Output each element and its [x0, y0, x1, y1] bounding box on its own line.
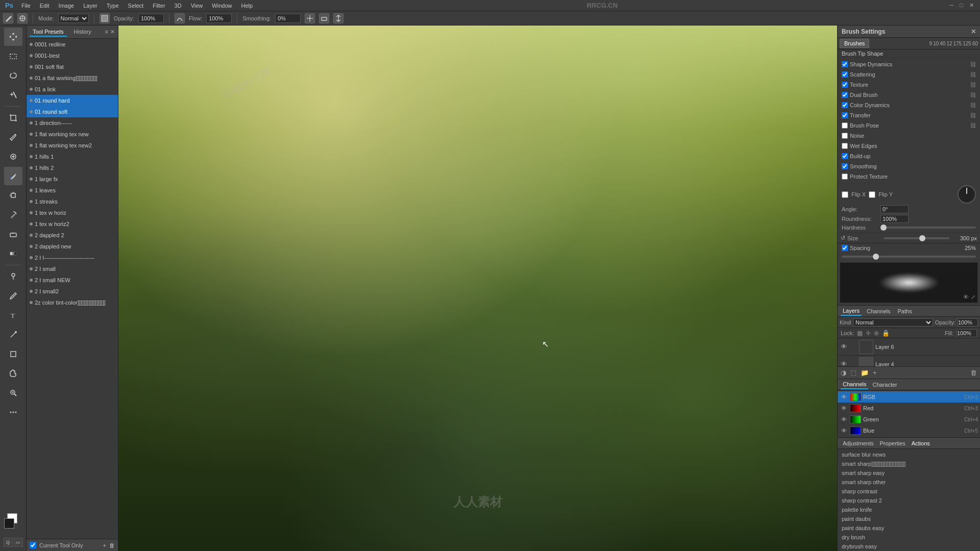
smoothing-checkbox[interactable]	[842, 163, 848, 169]
transfer-label[interactable]: Transfer	[850, 112, 968, 118]
texture-chain-icon[interactable]: ⛓	[970, 82, 976, 88]
preset-item-16[interactable]: 1 tex w horiz2	[27, 218, 118, 230]
menu-item-filter[interactable]: Filter	[149, 2, 169, 10]
add-adjustment-layer-icon[interactable]: ◑	[840, 368, 847, 378]
tool-gradient[interactable]	[4, 244, 22, 263]
fill-value[interactable]	[957, 329, 977, 337]
transfer-chain-icon[interactable]: ⛓	[970, 112, 976, 118]
adj-item-4[interactable]: sharp contrast	[838, 487, 980, 496]
screen-mode-btn[interactable]: ▭	[14, 538, 23, 547]
tool-zoom[interactable]	[4, 384, 22, 402]
brush-tip-shape-label[interactable]: Brush Tip Shape	[842, 51, 883, 57]
wet-edges-checkbox[interactable]	[842, 143, 848, 149]
ch-eye-1[interactable]: 👁	[840, 405, 848, 411]
dual-brush-label[interactable]: Dual Brush	[850, 92, 968, 98]
shape-dynamics-checkbox[interactable]	[842, 61, 848, 67]
channel-item-blue[interactable]: 👁 Blue Ctrl+5	[838, 425, 980, 436]
brush-pose-label[interactable]: Brush Pose	[850, 122, 968, 129]
adj-item-7[interactable]: paint daubs	[838, 514, 980, 523]
tool-magic-wand[interactable]	[4, 86, 22, 104]
color-dynamics-checkbox[interactable]	[842, 102, 848, 108]
shape-dynamics-label[interactable]: Shape Dynamics	[850, 61, 968, 67]
brush-settings-close-icon[interactable]: ✕	[971, 28, 976, 35]
protect-texture-checkbox[interactable]	[842, 173, 848, 180]
dual-brush-chain-icon[interactable]: ⛓	[970, 92, 976, 98]
menu-item-3d[interactable]: 3D	[170, 2, 186, 10]
size-slider[interactable]	[884, 237, 949, 239]
preset-item-4[interactable]: 01 a link	[27, 84, 118, 95]
menu-item-layer[interactable]: Layer	[79, 2, 102, 10]
tool-eraser[interactable]	[4, 225, 22, 243]
lock-pixels-icon[interactable]: ▦	[857, 330, 863, 337]
menu-item-help[interactable]: Help	[237, 2, 257, 10]
adj-item-8[interactable]: paint daubs easy	[838, 523, 980, 533]
tool-brush[interactable]	[4, 167, 22, 185]
preset-item-17[interactable]: 2 dappled 2	[27, 230, 118, 241]
delete-preset-icon[interactable]: 🗑	[109, 542, 115, 548]
flip-y-checkbox[interactable]	[869, 191, 875, 198]
preset-item-18[interactable]: 2 dappled new	[27, 241, 118, 252]
spacing-checkbox[interactable]	[842, 245, 848, 251]
scattering-label[interactable]: Scattering	[850, 71, 968, 78]
tab-actions[interactable]: Actions	[910, 439, 932, 447]
dual-brush-checkbox[interactable]	[842, 92, 848, 98]
preset-item-14[interactable]: 1 streaks	[27, 196, 118, 207]
tool-extra[interactable]	[4, 403, 22, 421]
wet-edges-label[interactable]: Wet Edges	[850, 143, 976, 149]
protect-texture-label[interactable]: Protect Texture	[850, 173, 976, 180]
layer-item-0[interactable]: 👁 Layer 6	[838, 338, 980, 356]
color-dynamics-label[interactable]: Color Dynamics	[850, 102, 968, 108]
opacity-icon[interactable]	[100, 13, 110, 23]
preset-item-3[interactable]: 01 a flat working]]]]]]]]]]]]]]	[27, 72, 118, 84]
noise-checkbox[interactable]	[842, 133, 848, 139]
channel-item-green[interactable]: 👁 Green Ctrl+4	[838, 414, 980, 425]
tool-clone[interactable]	[4, 186, 22, 205]
preset-item-13[interactable]: 1 leaves	[27, 185, 118, 196]
tool-select-rect[interactable]	[4, 47, 22, 65]
brushes-tab[interactable]: Brushes	[840, 39, 869, 48]
noise-label[interactable]: Noise	[850, 133, 976, 139]
thumb-expand-icon[interactable]: ⤢	[971, 294, 975, 300]
preset-item-0[interactable]: 0001 redline	[27, 39, 118, 50]
hardness-slider[interactable]	[880, 227, 976, 229]
adj-item-3[interactable]: smart sharp other	[838, 478, 980, 487]
tab-channels-main[interactable]: Channels	[841, 380, 868, 389]
maximize-btn[interactable]: □	[958, 2, 965, 9]
tab-history[interactable]: History	[71, 28, 94, 37]
symmetry-icon[interactable]	[333, 13, 344, 23]
adj-item-10[interactable]: drybrush easy	[838, 542, 980, 551]
preset-item-6[interactable]: 01 round soft	[27, 106, 118, 117]
adj-item-1[interactable]: smart sharp]]]]]]]]]]]]]]]]]]]]]]	[838, 459, 980, 468]
adj-item-0[interactable]: surface blur news	[838, 450, 980, 459]
tool-pen[interactable]	[4, 287, 22, 305]
shape-dynamics-chain-icon[interactable]: ⛓	[970, 61, 976, 67]
smoothing-input[interactable]	[275, 14, 301, 23]
current-tool-only-checkbox[interactable]	[30, 542, 36, 548]
preset-item-23[interactable]: 2z color tint-color]]]]]]]]]]]]]]]]]]	[27, 297, 118, 308]
lock-all-icon[interactable]: 🔒	[882, 330, 890, 337]
menu-item-window[interactable]: Window	[208, 2, 236, 10]
lock-artboards-icon[interactable]: ⊕	[874, 330, 879, 337]
angle-dial[interactable]	[958, 185, 976, 204]
adj-item-2[interactable]: smart sharp easy	[838, 468, 980, 478]
tab-tool-presets[interactable]: Tool Presets	[30, 28, 67, 37]
adj-item-6[interactable]: palette knife	[838, 505, 980, 514]
angle-input[interactable]	[880, 205, 909, 213]
tool-crop[interactable]	[4, 109, 22, 127]
new-group-icon[interactable]: 📁	[860, 368, 870, 378]
mode-select[interactable]: Normal Multiply Screen	[58, 14, 89, 23]
scattering-checkbox[interactable]	[842, 71, 848, 78]
preset-item-5[interactable]: 01 round hard	[27, 95, 118, 106]
collapse-icon[interactable]: ≡	[105, 29, 108, 35]
preset-item-22[interactable]: 2 I small2	[27, 286, 118, 297]
tool-text[interactable]: T	[4, 306, 22, 324]
preset-item-19[interactable]: 2 I I---------------------------	[27, 252, 118, 263]
quick-mask-btn[interactable]: Q	[4, 538, 13, 547]
foreground-color-swatch[interactable]	[4, 518, 14, 529]
delete-layer-icon[interactable]: 🗑	[969, 368, 978, 378]
tab-paths[interactable]: Paths	[896, 307, 914, 315]
eraser-icon[interactable]	[319, 13, 329, 23]
preset-item-11[interactable]: 1 hills 2	[27, 162, 118, 173]
minimize-btn[interactable]: ─	[948, 2, 956, 9]
tool-hand[interactable]	[4, 364, 22, 383]
